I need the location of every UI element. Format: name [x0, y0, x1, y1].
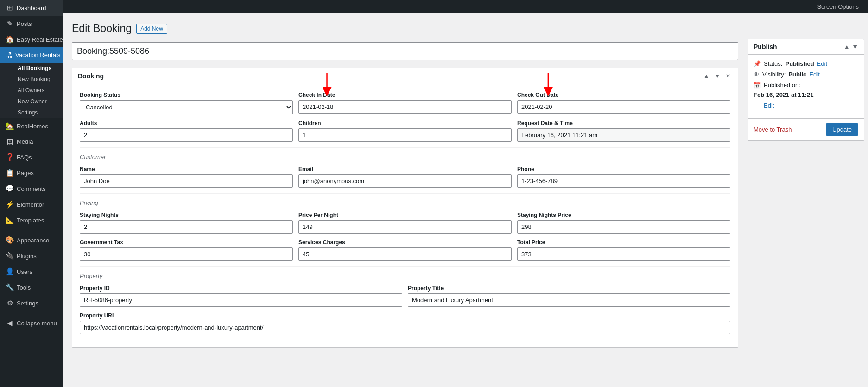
booking-metabox: Booking ▲ ▼ ✕	[72, 68, 738, 348]
adults-children-row: Adults Children Request Date & Time	[80, 120, 730, 142]
published-on-label: Published on:	[764, 82, 800, 89]
main-wrapper: Screen Options Edit Booking Add New Book…	[63, 0, 868, 387]
phone-input[interactable]	[517, 174, 730, 188]
sidebar-item-dashboard[interactable]: ⊞ Dashboard	[0, 0, 63, 16]
publish-collapse-down-button[interactable]: ▼	[852, 43, 858, 51]
publish-header-controls: ▲ ▼	[843, 43, 858, 51]
status-edit-link[interactable]: Edit	[817, 60, 827, 67]
media-icon: 🖼	[6, 138, 14, 146]
status-label: Status:	[764, 60, 782, 67]
sidebar-item-vacation-rentals[interactable]: 🏖 Vacation Rentals	[0, 47, 63, 63]
property-title-group: Property Title	[408, 285, 730, 307]
adults-input[interactable]	[80, 128, 293, 142]
sidebar-item-settings-sub[interactable]: Settings	[13, 107, 63, 118]
property-url-input[interactable]	[80, 321, 730, 334]
check-out-date-input[interactable]	[517, 100, 730, 114]
collapse-icon: ◀	[6, 319, 14, 327]
main-content: Edit Booking Add New Booking ▲ ▼ ✕	[63, 13, 748, 387]
faqs-icon: ❓	[6, 153, 14, 161]
page-title: Edit Booking	[72, 22, 132, 35]
sidebar-item-comments[interactable]: 💬 Comments	[0, 181, 63, 197]
update-button[interactable]: Update	[826, 123, 858, 136]
move-to-trash-link[interactable]: Move to Trash	[754, 126, 792, 133]
sidebar-item-realhomes[interactable]: 🏡 RealHomes	[0, 118, 63, 134]
sidebar-item-plugins[interactable]: 🔌 Plugins	[0, 248, 63, 264]
metabox-controls: ▲ ▼ ✕	[702, 72, 732, 80]
sidebar-item-all-owners[interactable]: All Owners	[13, 85, 63, 96]
staying-nights-price-input[interactable]	[517, 220, 730, 234]
sidebar-item-elementor[interactable]: ⚡ Elementor	[0, 197, 63, 212]
status-value: Published	[785, 60, 814, 67]
add-new-button[interactable]: Add New	[136, 24, 167, 34]
sidebar-item-new-booking[interactable]: New Booking	[13, 74, 63, 85]
sidebar-item-new-owner[interactable]: New Owner	[13, 96, 63, 107]
status-row: 📌 Status: Published Edit	[754, 60, 858, 67]
children-group: Children	[298, 120, 512, 142]
name-label: Name	[80, 166, 293, 172]
sidebar-item-all-bookings[interactable]: All Bookings	[13, 63, 63, 74]
realhomes-icon: 🏡	[6, 122, 14, 130]
name-group: Name	[80, 166, 293, 188]
property-section-label: Property	[80, 273, 730, 279]
booking-status-select[interactable]: Cancelled Confirmed Pending Completed	[80, 100, 293, 114]
visibility-edit-link[interactable]: Edit	[809, 71, 819, 78]
vacation-rentals-submenu: All Bookings New Booking All Owners New …	[0, 63, 63, 118]
pages-icon: 📋	[6, 169, 14, 177]
staying-nights-input[interactable]	[80, 220, 293, 234]
easy-real-estate-icon: 🏠	[6, 35, 14, 44]
publish-collapse-up-button[interactable]: ▲	[843, 43, 850, 51]
sidebar-item-easy-real-estate[interactable]: 🏠 Easy Real Estate	[0, 32, 63, 47]
name-input[interactable]	[80, 174, 293, 188]
metabox-close-button[interactable]: ✕	[724, 72, 732, 80]
metabox-collapse-down-button[interactable]: ▼	[713, 72, 722, 80]
government-tax-input[interactable]	[80, 247, 293, 261]
sidebar-item-users[interactable]: 👤 Users	[0, 264, 63, 279]
published-on-value: Feb 16, 2021 at 11:21	[754, 91, 813, 98]
services-charges-input[interactable]	[298, 247, 512, 261]
vacation-rentals-icon: 🏖	[6, 51, 13, 59]
total-price-input[interactable]	[517, 247, 730, 261]
metabox-body: Booking Status Cancelled Confirmed Pendi…	[72, 84, 738, 347]
services-charges-label: Services Charges	[298, 239, 512, 246]
check-in-date-input[interactable]	[298, 100, 512, 114]
published-on-row: 📅 Published on: Feb 16, 2021 at 11:21	[754, 82, 858, 98]
elementor-icon: ⚡	[6, 200, 14, 209]
page-header: Edit Booking Add New	[72, 22, 738, 35]
staying-nights-price-group: Staying Nights Price	[517, 212, 730, 234]
property-title-input[interactable]	[408, 293, 730, 307]
sidebar-item-tools[interactable]: 🔧 Tools	[0, 279, 63, 295]
screen-options-button[interactable]: Screen Options	[813, 1, 862, 12]
children-label: Children	[298, 120, 512, 127]
price-per-night-input[interactable]	[298, 220, 512, 234]
total-price-group: Total Price	[517, 239, 730, 261]
sidebar-item-media[interactable]: 🖼 Media	[0, 134, 63, 149]
sidebar-item-posts[interactable]: ✎ Posts	[0, 16, 63, 32]
top-admin-bar: Screen Options	[63, 0, 868, 13]
government-tax-label: Government Tax	[80, 239, 293, 246]
booking-title-input[interactable]	[72, 42, 738, 60]
sidebar-item-appearance[interactable]: 🎨 Appearance	[0, 232, 63, 248]
comments-icon: 💬	[6, 184, 14, 193]
request-date-input[interactable]	[517, 128, 730, 142]
sidebar-item-pages[interactable]: 📋 Pages	[0, 165, 63, 181]
publish-body: 📌 Status: Published Edit 👁 Visibility: P…	[748, 55, 864, 118]
email-input[interactable]	[298, 174, 512, 188]
staying-nights-price-label: Staying Nights Price	[517, 212, 730, 218]
sidebar-item-settings[interactable]: ⚙ Settings	[0, 295, 63, 311]
metabox-collapse-up-button[interactable]: ▲	[702, 72, 711, 80]
sidebar-item-templates[interactable]: 📐 Templates	[0, 212, 63, 228]
booking-status-group: Booking Status Cancelled Confirmed Pendi…	[80, 92, 293, 114]
customer-row: Name Email Phone	[80, 166, 730, 188]
settings-icon: ⚙	[6, 299, 14, 307]
visibility-icon: 👁	[754, 71, 760, 78]
email-label: Email	[298, 166, 512, 172]
published-on-edit-link[interactable]: Edit	[764, 102, 774, 109]
visibility-row: 👁 Visibility: Public Edit	[754, 71, 858, 78]
property-id-input[interactable]	[80, 293, 402, 307]
property-id-group: Property ID	[80, 285, 402, 307]
sidebar-item-collapse[interactable]: ◀ Collapse menu	[0, 315, 63, 331]
sidebar-item-faqs[interactable]: ❓ FAQs	[0, 149, 63, 165]
price-per-night-label: Price Per Night	[298, 212, 512, 218]
phone-group: Phone	[517, 166, 730, 188]
children-input[interactable]	[298, 128, 512, 142]
